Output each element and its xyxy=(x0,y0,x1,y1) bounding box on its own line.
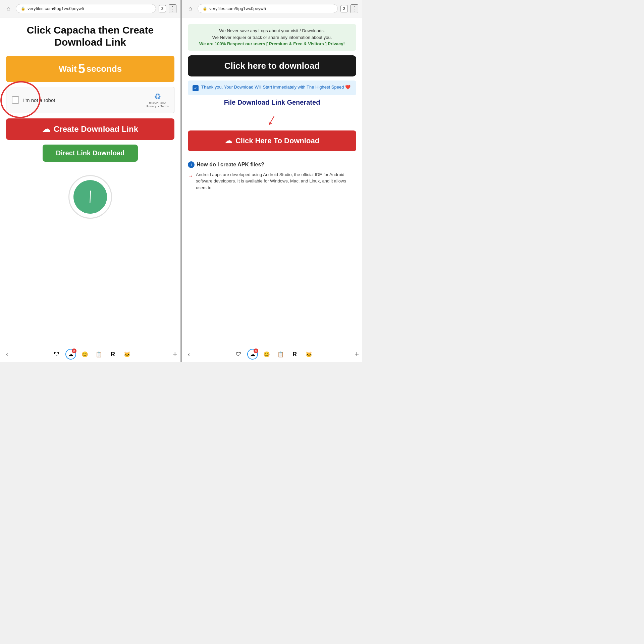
privacy-notice: We Never save any Logs about your visit … xyxy=(188,24,356,51)
create-download-button[interactable]: ☁ Create Download Link xyxy=(6,118,174,140)
left-nav-shield[interactable]: 🛡 xyxy=(51,349,62,360)
left-bottom-nav: ‹ 🛡 ☁ ✕ 😊 📋 R 🐱 + xyxy=(0,346,180,362)
click-download-icon: ☁ xyxy=(225,137,232,145)
left-url: veryfiles.com/5pg1wc0peyw5 xyxy=(28,6,84,11)
left-nav-cat[interactable]: 🐱 xyxy=(122,349,132,360)
info-icon: i xyxy=(188,161,195,168)
click-here-download-button[interactable]: ☁ Click Here To Download xyxy=(188,130,356,151)
wait-number: 5 xyxy=(78,62,85,76)
right-tab-badge[interactable]: 2 xyxy=(340,5,348,12)
how-to-text-1: Android apps are developed using Android… xyxy=(196,171,356,191)
right-lock-icon: 🔒 xyxy=(203,6,207,11)
privacy-line3: We are 100% Respect our users [ Premium … xyxy=(199,41,345,46)
right-browser-chrome: ⌂ 🔒 veryfiles.com/5pg1wc0peyw5 2 ⋮ xyxy=(182,0,362,17)
download-confirmation: ✓ Thank you, Your Download Will Start im… xyxy=(188,80,356,95)
left-add-tab-button[interactable]: + xyxy=(173,350,177,359)
left-menu-dots[interactable]: ⋮ xyxy=(169,4,176,13)
recaptcha-text: reCAPTCHA xyxy=(149,101,166,105)
create-download-label: Create Download Link xyxy=(54,124,138,134)
recaptcha-icon: ♻ xyxy=(154,92,161,101)
recaptcha-privacy-terms: Privacy · Terms xyxy=(147,105,169,108)
right-nav-tabs: 🛡 ☁ ✕ 😊 📋 R 🐱 xyxy=(233,349,314,360)
spinner-container: ╲ xyxy=(68,175,112,219)
how-to-item-1: → Android apps are developed using Andro… xyxy=(188,171,356,191)
click-here-tooltip: Click here to download xyxy=(188,55,356,76)
right-back-button[interactable]: ‹ xyxy=(185,350,193,359)
left-tab-badge[interactable]: 2 xyxy=(159,5,166,12)
right-cloud-close-badge: ✕ xyxy=(254,348,258,353)
recaptcha-left: I'm not a robot xyxy=(12,96,55,104)
left-lock-icon: 🔒 xyxy=(21,6,25,11)
spinner-tick: ╲ xyxy=(85,191,95,203)
checkmark-icon: ✓ xyxy=(193,85,199,91)
wait-button[interactable]: Wait 5 seconds xyxy=(6,56,174,82)
right-nav-r[interactable]: R xyxy=(289,349,300,360)
wait-label-after: seconds xyxy=(87,64,122,74)
right-menu-dots[interactable]: ⋮ xyxy=(351,4,358,13)
create-download-icon: ☁ xyxy=(42,124,50,134)
file-generated-text: File Download Link Generated xyxy=(224,99,320,106)
right-nav-shield[interactable]: 🛡 xyxy=(233,349,244,360)
left-nav-r[interactable]: R xyxy=(108,349,118,360)
spinner-inner: ╲ xyxy=(73,180,107,214)
left-home-icon[interactable]: ⌂ xyxy=(4,4,13,13)
right-add-tab-button[interactable]: + xyxy=(355,350,359,359)
left-nav-cloud[interactable]: ☁ ✕ xyxy=(65,349,76,360)
right-nav-emoji[interactable]: 😊 xyxy=(261,349,272,360)
recaptcha-checkbox[interactable] xyxy=(12,96,19,104)
left-browser-chrome: ⌂ 🔒 veryfiles.com/5pg1wc0peyw5 2 ⋮ xyxy=(0,0,180,17)
direct-link-button[interactable]: Direct Link Download xyxy=(43,145,138,162)
wait-label-before: Wait xyxy=(59,64,77,74)
left-nav-tabs: 🛡 ☁ ✕ 😊 📋 R 🐱 xyxy=(51,349,132,360)
right-nav-cat[interactable]: 🐱 xyxy=(304,349,314,360)
page-heading: Click Capacha then Create Download Link xyxy=(6,24,174,48)
left-screen: ⌂ 🔒 veryfiles.com/5pg1wc0peyw5 2 ⋮ Click… xyxy=(0,0,180,362)
left-cloud-close-badge: ✕ xyxy=(72,348,76,353)
right-url: veryfiles.com/5pg1wc0peyw5 xyxy=(209,6,266,11)
how-to-section: i How do I create APK files? → Android a… xyxy=(188,158,356,191)
left-nav-emoji[interactable]: 😊 xyxy=(79,349,90,360)
right-home-icon[interactable]: ⌂ xyxy=(186,4,195,13)
click-download-label: Click Here To Download xyxy=(235,137,319,145)
left-back-button[interactable]: ‹ xyxy=(3,350,11,359)
right-nav-clipboard[interactable]: 📋 xyxy=(275,349,286,360)
red-arrow-right: ↓ xyxy=(264,109,281,130)
left-screen-content: Click Capacha then Create Download Link … xyxy=(0,17,180,346)
recaptcha-container: I'm not a robot ♻ reCAPTCHA Privacy · Te… xyxy=(6,87,174,113)
left-address-bar[interactable]: 🔒 veryfiles.com/5pg1wc0peyw5 xyxy=(16,4,156,13)
how-to-title: i How do I create APK files? xyxy=(188,161,356,168)
privacy-line2: We Never requier or track or share any i… xyxy=(212,35,332,40)
recaptcha-logo: ♻ reCAPTCHA Privacy · Terms xyxy=(147,92,169,108)
how-to-title-text: How do I create APK files? xyxy=(197,162,264,168)
right-nav-cloud[interactable]: ☁ ✕ xyxy=(247,349,258,360)
left-nav-clipboard[interactable]: 📋 xyxy=(94,349,104,360)
privacy-line1: We Never save any Logs about your visit … xyxy=(219,28,325,33)
tooltip-label: Click here to download xyxy=(224,61,320,71)
recaptcha-label: I'm not a robot xyxy=(23,97,55,103)
right-bottom-nav: ‹ 🛡 ☁ ✕ 😊 📋 R 🐱 + xyxy=(182,346,362,362)
confirmation-text: Thank you, Your Download Will Start imme… xyxy=(201,85,351,90)
arrow-bullet-1: → xyxy=(188,172,193,180)
right-address-bar[interactable]: 🔒 veryfiles.com/5pg1wc0peyw5 xyxy=(198,4,338,13)
right-screen: ⌂ 🔒 veryfiles.com/5pg1wc0peyw5 2 ⋮ We Ne… xyxy=(182,0,362,362)
right-screen-content: We Never save any Logs about your visit … xyxy=(182,17,362,346)
